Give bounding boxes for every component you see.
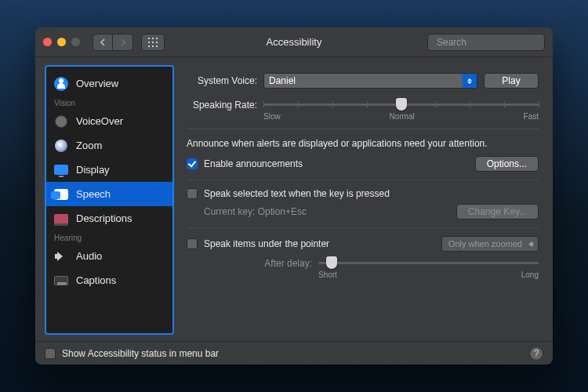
enable-announcements-checkbox[interactable] (187, 158, 198, 169)
search-input[interactable] (437, 37, 553, 48)
help-button[interactable]: ? (529, 347, 543, 361)
svg-rect-5 (156, 42, 158, 43)
close-window-button[interactable] (43, 38, 52, 46)
separator (187, 180, 539, 180)
delay-tick-long: Long (521, 270, 539, 279)
sidebar-heading-hearing: Hearing (46, 230, 172, 244)
slider-thumb[interactable] (326, 256, 337, 269)
speech-icon (54, 187, 68, 201)
separator (187, 227, 539, 228)
enable-announcements-label: Enable announcements (204, 158, 303, 169)
preferences-window: Accessibility Overview Vision VoiceOver … (35, 27, 553, 365)
menubar-status-label: Show Accessibility status in menu bar (62, 348, 219, 359)
sidebar-item-label: Zoom (76, 140, 102, 151)
sidebar-item-label: Speech (76, 188, 111, 200)
system-voice-value: Daniel (269, 75, 296, 86)
sidebar-item-label: Descriptions (76, 212, 132, 224)
footer: Show Accessibility status in menu bar ? (35, 341, 553, 365)
descriptions-icon (54, 212, 68, 226)
after-delay-slider[interactable] (318, 256, 539, 269)
svg-rect-2 (156, 38, 158, 39)
chevron-right-icon (120, 38, 126, 46)
minimize-window-button[interactable] (57, 38, 66, 46)
separator (187, 129, 539, 129)
pointer-mode-popup[interactable]: Only when zoomed (441, 236, 539, 252)
window-body: Overview Vision VoiceOver Zoom Display S… (35, 57, 553, 341)
sidebar-item-captions[interactable]: Captions (46, 268, 172, 292)
svg-rect-6 (148, 45, 150, 47)
window-controls (43, 38, 80, 46)
sidebar-item-display[interactable]: Display (46, 158, 172, 182)
speak-pointer-label: Speak items under the pointer (204, 238, 329, 249)
svg-rect-0 (148, 38, 150, 39)
sidebar-item-label: Captions (76, 274, 116, 286)
speak-pointer-checkbox[interactable] (187, 238, 198, 249)
updown-arrows-icon (529, 239, 534, 249)
zoom-window-button[interactable] (71, 38, 80, 46)
current-key-label: Current key: Option+Esc (204, 206, 307, 217)
system-voice-label: System Voice: (187, 75, 257, 86)
sidebar-item-descriptions[interactable]: Descriptions (46, 206, 172, 230)
svg-rect-1 (152, 38, 154, 39)
sidebar: Overview Vision VoiceOver Zoom Display S… (45, 65, 174, 335)
display-icon (54, 163, 68, 177)
zoom-icon (54, 139, 68, 153)
speaking-rate-label: Speaking Rate: (187, 98, 257, 111)
sidebar-item-zoom[interactable]: Zoom (46, 133, 172, 158)
sidebar-item-audio[interactable]: Audio (46, 244, 172, 268)
voiceover-icon (54, 114, 68, 129)
speaking-rate-slider[interactable] (263, 98, 539, 111)
announce-description: Announce when alerts are displayed or ap… (187, 137, 539, 150)
announcements-options-button[interactable]: Options... (475, 156, 539, 172)
forward-button[interactable] (113, 34, 133, 51)
sidebar-item-speech[interactable]: Speech (46, 182, 172, 206)
change-key-button[interactable]: Change Key... (456, 204, 539, 220)
sidebar-item-label: VoiceOver (76, 115, 123, 127)
back-button[interactable] (93, 34, 113, 51)
search-field[interactable] (427, 34, 545, 51)
svg-rect-8 (156, 45, 158, 47)
rate-tick-fast: Fast (524, 112, 539, 121)
chevron-left-icon (100, 38, 106, 46)
sidebar-item-label: Display (76, 164, 110, 176)
delay-tick-short: Short (318, 270, 337, 279)
speaker-icon (54, 249, 68, 263)
sidebar-item-voiceover[interactable]: VoiceOver (46, 109, 172, 133)
captions-icon (54, 274, 68, 288)
show-all-button[interactable] (141, 34, 165, 51)
speak-selected-label: Speak selected text when the key is pres… (204, 188, 390, 199)
updown-arrows-icon (463, 74, 477, 88)
menubar-status-checkbox[interactable] (45, 348, 56, 359)
system-voice-select[interactable]: Daniel (263, 73, 477, 89)
rate-tick-normal: Normal (390, 112, 415, 121)
sidebar-item-label: Audio (76, 250, 102, 262)
sidebar-item-overview[interactable]: Overview (46, 71, 172, 96)
grid-icon (148, 38, 158, 47)
rate-tick-slow: Slow (263, 112, 281, 121)
speak-selected-checkbox[interactable] (187, 188, 198, 199)
sidebar-heading-vision: Vision (46, 96, 172, 109)
play-button[interactable]: Play (484, 73, 539, 89)
svg-rect-3 (148, 42, 150, 43)
svg-rect-7 (152, 45, 154, 47)
slider-thumb[interactable] (396, 98, 407, 111)
svg-rect-4 (152, 42, 154, 43)
titlebar: Accessibility (35, 27, 553, 57)
question-icon: ? (534, 348, 539, 359)
after-delay-label: After delay: (187, 256, 312, 269)
sidebar-item-label: Overview (76, 78, 118, 89)
pointer-mode-value: Only when zoomed (448, 239, 522, 249)
nav-buttons (93, 34, 133, 51)
accessibility-icon (54, 77, 68, 91)
main-panel: System Voice: Daniel Play Speaking Rate: (182, 65, 543, 335)
